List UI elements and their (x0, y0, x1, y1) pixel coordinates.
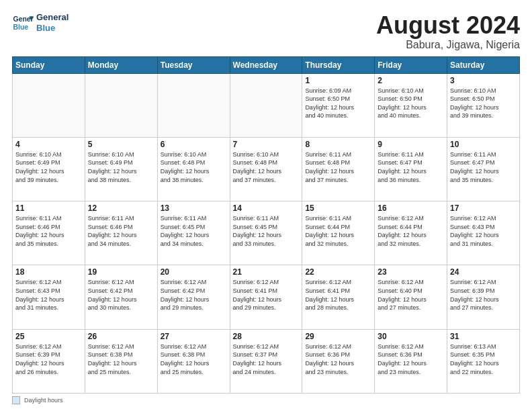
day-info: Sunrise: 6:10 AM Sunset: 6:48 PM Dayligh… (161, 150, 227, 184)
calendar-cell: 14Sunrise: 6:11 AM Sunset: 6:45 PM Dayli… (230, 201, 302, 265)
day-info: Sunrise: 6:11 AM Sunset: 6:47 PM Dayligh… (378, 150, 444, 184)
day-info: Sunrise: 6:11 AM Sunset: 6:44 PM Dayligh… (305, 214, 371, 248)
day-number: 19 (88, 267, 154, 277)
day-number: 22 (305, 267, 371, 277)
day-info: Sunrise: 6:12 AM Sunset: 6:39 PM Dayligh… (15, 342, 82, 376)
calendar-cell: 15Sunrise: 6:11 AM Sunset: 6:44 PM Dayli… (302, 201, 375, 265)
calendar-cell: 21Sunrise: 6:12 AM Sunset: 6:41 PM Dayli… (230, 265, 302, 329)
calendar-cell: 16Sunrise: 6:12 AM Sunset: 6:44 PM Dayli… (375, 201, 447, 265)
calendar-cell (157, 73, 230, 137)
logo-general: General (36, 12, 69, 23)
day-number: 18 (15, 267, 82, 277)
footer: Daylight hours (12, 396, 520, 404)
calendar-body: 1Sunrise: 6:09 AM Sunset: 6:50 PM Daylig… (13, 73, 520, 393)
col-sunday: Sunday (13, 56, 85, 73)
col-wednesday: Wednesday (230, 56, 302, 73)
calendar-cell (13, 73, 85, 137)
day-info: Sunrise: 6:11 AM Sunset: 6:45 PM Dayligh… (161, 214, 227, 248)
day-info: Sunrise: 6:12 AM Sunset: 6:41 PM Dayligh… (233, 278, 300, 312)
day-info: Sunrise: 6:12 AM Sunset: 6:41 PM Dayligh… (305, 278, 371, 312)
calendar-cell: 30Sunrise: 6:12 AM Sunset: 6:36 PM Dayli… (375, 329, 447, 393)
day-number: 3 (450, 76, 517, 85)
day-number: 14 (233, 203, 300, 213)
day-number: 1 (305, 76, 371, 85)
day-info: Sunrise: 6:10 AM Sunset: 6:50 PM Dayligh… (378, 87, 444, 120)
day-info: Sunrise: 6:11 AM Sunset: 6:48 PM Dayligh… (305, 150, 371, 184)
day-number: 20 (161, 267, 227, 277)
day-number: 30 (378, 332, 444, 341)
calendar-cell: 6Sunrise: 6:10 AM Sunset: 6:48 PM Daylig… (157, 137, 230, 201)
day-info: Sunrise: 6:12 AM Sunset: 6:36 PM Dayligh… (378, 342, 444, 376)
day-info: Sunrise: 6:10 AM Sunset: 6:49 PM Dayligh… (88, 150, 154, 184)
day-number: 29 (305, 332, 371, 341)
day-info: Sunrise: 6:12 AM Sunset: 6:43 PM Dayligh… (450, 214, 517, 248)
day-number: 23 (378, 267, 444, 277)
calendar-cell: 10Sunrise: 6:11 AM Sunset: 6:47 PM Dayli… (447, 137, 520, 201)
day-info: Sunrise: 6:13 AM Sunset: 6:35 PM Dayligh… (450, 342, 517, 376)
day-number: 8 (305, 140, 371, 149)
day-info: Sunrise: 6:12 AM Sunset: 6:39 PM Dayligh… (450, 278, 517, 312)
day-info: Sunrise: 6:10 AM Sunset: 6:49 PM Dayligh… (15, 150, 82, 184)
calendar-cell: 1Sunrise: 6:09 AM Sunset: 6:50 PM Daylig… (302, 73, 375, 137)
day-number: 25 (15, 332, 82, 341)
location-subtitle: Babura, Jigawa, Nigeria (376, 39, 520, 51)
calendar-week-2: 4Sunrise: 6:10 AM Sunset: 6:49 PM Daylig… (13, 137, 520, 201)
calendar-cell: 8Sunrise: 6:11 AM Sunset: 6:48 PM Daylig… (302, 137, 375, 201)
day-number: 5 (88, 140, 154, 149)
calendar-cell: 27Sunrise: 6:12 AM Sunset: 6:38 PM Dayli… (157, 329, 230, 393)
calendar-week-3: 11Sunrise: 6:11 AM Sunset: 6:46 PM Dayli… (13, 201, 520, 265)
day-number: 9 (378, 140, 444, 149)
day-info: Sunrise: 6:11 AM Sunset: 6:45 PM Dayligh… (233, 214, 300, 248)
day-info: Sunrise: 6:10 AM Sunset: 6:48 PM Dayligh… (233, 150, 300, 184)
day-number: 4 (15, 140, 82, 149)
calendar-cell: 25Sunrise: 6:12 AM Sunset: 6:39 PM Dayli… (13, 329, 85, 393)
day-info: Sunrise: 6:12 AM Sunset: 6:36 PM Dayligh… (305, 342, 371, 376)
logo: General Blue General Blue (12, 12, 69, 34)
day-number: 6 (161, 140, 227, 149)
day-info: Sunrise: 6:12 AM Sunset: 6:38 PM Dayligh… (88, 342, 154, 376)
col-tuesday: Tuesday (157, 56, 230, 73)
day-number: 12 (88, 203, 154, 213)
footer-label: Daylight hours (24, 397, 63, 404)
calendar-week-1: 1Sunrise: 6:09 AM Sunset: 6:50 PM Daylig… (13, 73, 520, 137)
calendar-cell: 24Sunrise: 6:12 AM Sunset: 6:39 PM Dayli… (447, 265, 520, 329)
day-info: Sunrise: 6:10 AM Sunset: 6:50 PM Dayligh… (450, 87, 517, 120)
day-info: Sunrise: 6:12 AM Sunset: 6:42 PM Dayligh… (88, 278, 154, 312)
col-thursday: Thursday (302, 56, 375, 73)
calendar-cell: 2Sunrise: 6:10 AM Sunset: 6:50 PM Daylig… (375, 73, 447, 137)
calendar-cell: 4Sunrise: 6:10 AM Sunset: 6:49 PM Daylig… (13, 137, 85, 201)
day-info: Sunrise: 6:11 AM Sunset: 6:46 PM Dayligh… (15, 214, 82, 248)
day-number: 7 (233, 140, 300, 149)
day-number: 10 (450, 140, 517, 149)
calendar-cell: 28Sunrise: 6:12 AM Sunset: 6:37 PM Dayli… (230, 329, 302, 393)
day-number: 21 (233, 267, 300, 277)
day-info: Sunrise: 6:12 AM Sunset: 6:42 PM Dayligh… (161, 278, 227, 312)
calendar-cell: 22Sunrise: 6:12 AM Sunset: 6:41 PM Dayli… (302, 265, 375, 329)
calendar-cell (85, 73, 157, 137)
footer-box (12, 396, 20, 404)
calendar-cell: 11Sunrise: 6:11 AM Sunset: 6:46 PM Dayli… (13, 201, 85, 265)
calendar-cell: 26Sunrise: 6:12 AM Sunset: 6:38 PM Dayli… (85, 329, 157, 393)
day-number: 2 (378, 76, 444, 85)
calendar-header: Sunday Monday Tuesday Wednesday Thursday… (13, 56, 520, 73)
day-number: 15 (305, 203, 371, 213)
calendar-cell: 31Sunrise: 6:13 AM Sunset: 6:35 PM Dayli… (447, 329, 520, 393)
calendar-cell: 13Sunrise: 6:11 AM Sunset: 6:45 PM Dayli… (157, 201, 230, 265)
calendar-cell: 20Sunrise: 6:12 AM Sunset: 6:42 PM Dayli… (157, 265, 230, 329)
day-number: 28 (233, 332, 300, 341)
logo-icon: General Blue (12, 12, 34, 34)
month-title: August 2024 (376, 12, 520, 39)
day-info: Sunrise: 6:12 AM Sunset: 6:40 PM Dayligh… (378, 278, 444, 312)
day-number: 13 (161, 203, 227, 213)
day-number: 26 (88, 332, 154, 341)
calendar-table: Sunday Monday Tuesday Wednesday Thursday… (12, 56, 520, 394)
svg-text:Blue: Blue (13, 24, 29, 31)
calendar-week-5: 25Sunrise: 6:12 AM Sunset: 6:39 PM Dayli… (13, 329, 520, 393)
day-number: 24 (450, 267, 517, 277)
day-info: Sunrise: 6:09 AM Sunset: 6:50 PM Dayligh… (305, 87, 371, 120)
calendar-cell: 12Sunrise: 6:11 AM Sunset: 6:46 PM Dayli… (85, 201, 157, 265)
col-friday: Friday (375, 56, 447, 73)
day-info: Sunrise: 6:11 AM Sunset: 6:46 PM Dayligh… (88, 214, 154, 248)
calendar-week-4: 18Sunrise: 6:12 AM Sunset: 6:43 PM Dayli… (13, 265, 520, 329)
day-number: 31 (450, 332, 517, 341)
